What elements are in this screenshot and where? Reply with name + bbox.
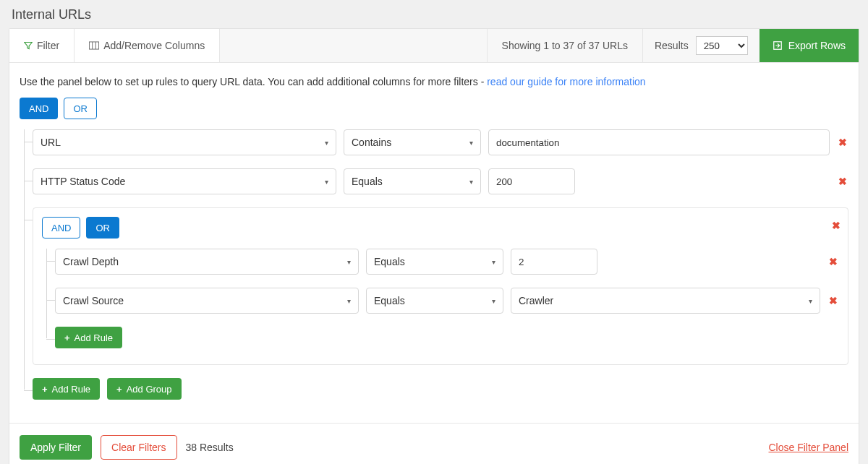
results-label: Results <box>655 40 689 51</box>
page-title: Internal URLs <box>0 0 868 28</box>
rule-field-value: Crawl Depth <box>63 256 119 267</box>
filter-tab-label: Filter <box>37 40 59 51</box>
plus-icon: + <box>42 384 48 395</box>
export-label: Export Rows <box>788 40 846 51</box>
rule-operator-select[interactable]: Equals ▾ <box>344 168 481 194</box>
rule-row: Crawl Source ▾ Equals ▾ Crawler ▾ <box>55 288 839 314</box>
add-rule-button[interactable]: + Add Rule <box>33 378 100 400</box>
nested-group: ✖ AND OR Crawl Depth ▾ <box>33 207 848 365</box>
export-button[interactable]: Export Rows <box>760 29 859 62</box>
caret-down-icon: ▾ <box>325 178 328 186</box>
footer-row: Apply Filter Clear Filters 38 Results Cl… <box>9 423 859 464</box>
caret-down-icon: ▾ <box>492 297 495 305</box>
filter-tab[interactable]: Filter <box>9 29 75 62</box>
rule-operator-select[interactable]: Equals ▾ <box>366 249 503 275</box>
rule-value-select[interactable]: Crawler ▾ <box>511 288 820 314</box>
rule-field-select[interactable]: Crawl Depth ▾ <box>55 249 359 275</box>
columns-tab-label: Add/Remove Columns <box>103 40 205 51</box>
rule-row: Crawl Depth ▾ Equals ▾ ✖ <box>55 249 839 275</box>
plus-icon: + <box>64 332 70 343</box>
rule-field-value: HTTP Status Code <box>41 176 125 187</box>
results-select[interactable]: 250 <box>696 36 748 55</box>
svg-rect-0 <box>90 42 99 49</box>
toolbar: Filter Add/Remove Columns Showing 1 to 3… <box>9 29 859 63</box>
export-icon <box>773 40 783 51</box>
nested-conjunction: AND OR <box>42 217 839 239</box>
results-count: 38 Results <box>186 442 234 453</box>
close-filter-panel-link[interactable]: Close Filter Panel <box>769 442 849 453</box>
plus-icon: + <box>116 384 122 395</box>
caret-down-icon: ▾ <box>809 297 812 305</box>
rule-operator-select[interactable]: Contains ▾ <box>344 129 481 155</box>
rule-value-input[interactable] <box>488 129 830 155</box>
delete-rule-button[interactable]: ✖ <box>827 256 839 267</box>
caret-down-icon: ▾ <box>469 139 473 147</box>
rule-operator-value: Contains <box>352 137 391 148</box>
caret-down-icon: ▾ <box>347 297 351 305</box>
add-group-button[interactable]: + Add Group <box>107 378 181 400</box>
columns-icon <box>89 41 99 50</box>
showing-text: Showing 1 to 37 of 37 URLs <box>487 29 642 62</box>
nested-group-wrap: ✖ AND OR Crawl Depth ▾ <box>33 207 848 365</box>
rule-field-select[interactable]: Crawl Source ▾ <box>55 288 359 314</box>
nested-or-button[interactable]: OR <box>86 217 119 239</box>
filter-panel: Filter Add/Remove Columns Showing 1 to 3… <box>9 28 859 464</box>
rule-value-input[interactable] <box>488 168 575 194</box>
root-or-button[interactable]: OR <box>64 98 97 119</box>
delete-rule-button[interactable]: ✖ <box>827 295 839 306</box>
root-conjunction: AND OR <box>20 98 848 119</box>
add-rule-label: Add Rule <box>75 332 113 343</box>
rule-operator-select[interactable]: Equals ▾ <box>366 288 503 314</box>
desc-link[interactable]: read our guide for more information <box>487 76 645 87</box>
desc-text: Use the panel below to set up rules to q… <box>20 76 487 87</box>
columns-tab[interactable]: Add/Remove Columns <box>75 29 220 62</box>
root-add-row: + Add Rule + Add Group <box>33 378 848 400</box>
delete-rule-button[interactable]: ✖ <box>837 137 848 148</box>
toolbar-spacer <box>220 29 486 62</box>
rule-operator-value: Equals <box>374 256 405 267</box>
caret-down-icon: ▾ <box>347 258 351 266</box>
delete-rule-button[interactable]: ✖ <box>837 176 848 187</box>
add-rule-label: Add Rule <box>52 384 90 395</box>
rule-value-input[interactable] <box>511 249 597 275</box>
delete-group-button[interactable]: ✖ <box>832 220 841 231</box>
rule-operator-value: Equals <box>352 176 383 187</box>
apply-filter-button[interactable]: Apply Filter <box>20 435 92 460</box>
add-group-label: Add Group <box>127 384 172 395</box>
root-and-button[interactable]: AND <box>20 98 58 119</box>
results-control: Results 250 <box>642 29 760 62</box>
rule-row: HTTP Status Code ▾ Equals ▾ ✖ <box>33 168 848 194</box>
nested-rules-list: Crawl Depth ▾ Equals ▾ ✖ <box>55 249 839 348</box>
rule-field-select[interactable]: URL ▾ <box>33 129 336 155</box>
rule-field-select[interactable]: HTTP Status Code ▾ <box>33 168 336 194</box>
caret-down-icon: ▾ <box>492 258 495 266</box>
caret-down-icon: ▾ <box>469 178 473 186</box>
rule-field-value: URL <box>41 137 61 148</box>
filter-body: Use the panel below to set up rules to q… <box>9 63 859 423</box>
funnel-icon <box>24 41 33 50</box>
nested-and-button[interactable]: AND <box>42 217 80 239</box>
rule-row: URL ▾ Contains ▾ ✖ <box>33 129 848 155</box>
clear-filters-button[interactable]: Clear Filters <box>101 435 176 460</box>
add-rule-button[interactable]: + Add Rule <box>55 327 122 348</box>
rule-operator-value: Equals <box>374 295 405 306</box>
rule-value-text: Crawler <box>519 295 553 306</box>
nested-add-row: + Add Rule <box>55 327 839 348</box>
description: Use the panel below to set up rules to q… <box>20 76 848 87</box>
root-rules-group: URL ▾ Contains ▾ ✖ HTTP Status Code <box>33 129 848 400</box>
rule-field-value: Crawl Source <box>63 295 124 306</box>
caret-down-icon: ▾ <box>325 139 328 147</box>
